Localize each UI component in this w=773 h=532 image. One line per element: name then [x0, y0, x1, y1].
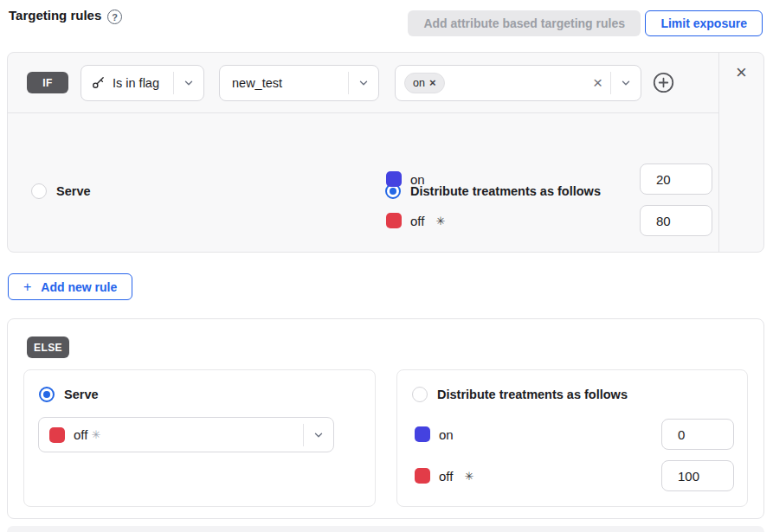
if-badge: IF — [27, 72, 68, 93]
limit-exposure-button[interactable]: Limit exposure — [645, 10, 763, 36]
else-badge: ELSE — [27, 337, 69, 358]
percent-input[interactable] — [640, 205, 712, 236]
treatment-name: off — [439, 469, 453, 484]
clear-values-icon[interactable]: × — [593, 74, 602, 91]
rule-card: IF Is in flag new_test — [7, 52, 764, 253]
treatment-name: off — [410, 214, 424, 228]
treatment-row: off ✳ — [386, 205, 712, 236]
condition-row: IF Is in flag new_test — [8, 53, 718, 113]
targeting-rules-panel: Targeting rules ? Add attribute based ta… — [0, 0, 773, 532]
chevron-down-icon — [174, 77, 203, 89]
else-card: ELSE Serve off ✳ Distribute trea — [7, 318, 764, 519]
default-treatment-marker: ✳ — [91, 428, 100, 441]
treatment-color-swatch — [415, 468, 430, 484]
else-distribute-card: Distribute treatments as follows on off … — [396, 369, 748, 507]
help-icon[interactable]: ? — [107, 10, 122, 24]
value-chip[interactable]: on × — [404, 73, 445, 93]
else-serve-label: Serve — [64, 388, 99, 401]
serve-radio[interactable] — [31, 183, 47, 199]
add-new-rule-button[interactable]: + Add new rule — [8, 273, 132, 300]
remove-rule-icon[interactable]: × — [736, 63, 747, 82]
default-treatment-marker: ✳ — [435, 215, 445, 228]
chevron-down-icon — [611, 77, 641, 89]
else-distribute-option: Distribute treatments as follows — [412, 387, 628, 402]
else-distribute-label: Distribute treatments as follows — [437, 388, 628, 401]
key-icon — [91, 75, 106, 90]
chevron-down-icon — [304, 429, 333, 441]
percent-input[interactable] — [640, 163, 712, 195]
add-condition-button[interactable] — [653, 72, 674, 93]
else-serve-radio[interactable] — [39, 387, 55, 402]
next-section-edge — [7, 526, 764, 532]
treatment-name: off — [74, 427, 87, 442]
treatment-color-swatch — [386, 171, 402, 187]
else-serve-card: Serve off ✳ — [23, 369, 376, 507]
serve-label: Serve — [56, 184, 91, 198]
else-serve-treatment-select[interactable]: off ✳ — [38, 417, 334, 452]
treatment-values-multiselect[interactable]: on × × — [395, 65, 641, 101]
plus-icon: + — [23, 280, 31, 294]
treatment-color-swatch — [49, 427, 65, 443]
treatment-name: on — [439, 427, 454, 442]
add-new-rule-label: Add new rule — [41, 280, 117, 294]
treatment-row: off ✳ — [415, 460, 734, 491]
add-attribute-rules-button[interactable]: Add attribute based targeting rules — [408, 10, 641, 36]
else-distribute-radio[interactable] — [412, 387, 428, 402]
chip-remove-icon[interactable]: × — [429, 77, 436, 88]
rule-card-side: × — [718, 53, 763, 252]
else-treatment-rows: on off ✳ — [415, 419, 734, 491]
else-serve-option: Serve — [39, 387, 99, 402]
flag-select[interactable]: new_test — [219, 65, 379, 101]
percent-input[interactable] — [661, 460, 734, 491]
treatment-color-swatch — [415, 426, 430, 442]
matcher-select[interactable]: Is in flag — [81, 65, 204, 101]
percent-input[interactable] — [661, 419, 734, 450]
treatment-name: on — [410, 172, 425, 187]
flag-select-value: new_test — [232, 76, 282, 90]
default-treatment-marker: ✳ — [464, 470, 473, 483]
matcher-label: Is in flag — [113, 76, 159, 90]
page-title: Targeting rules — [9, 8, 101, 22]
treatment-color-swatch — [386, 213, 402, 228]
treatment-row: on — [415, 419, 734, 450]
chevron-down-icon — [349, 77, 378, 89]
value-chip-label: on — [413, 77, 425, 89]
serve-option: Serve — [31, 183, 91, 199]
treatment-row: on — [386, 163, 712, 195]
treatment-rows: on off ✳ — [386, 163, 712, 236]
